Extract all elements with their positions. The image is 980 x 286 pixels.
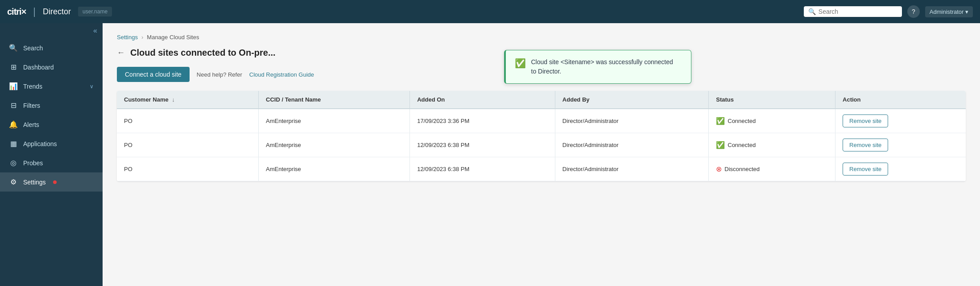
col-action: Action	[835, 91, 966, 109]
remove-site-button[interactable]: Remove site	[843, 139, 888, 151]
sort-icon[interactable]: ↓	[172, 96, 175, 103]
col-added-by-label: Added By	[562, 96, 590, 103]
topnav-user-label: user.name	[78, 7, 112, 16]
cell-status: ✅ Connected	[709, 133, 835, 157]
connect-cloud-site-button[interactable]: Connect a cloud site	[117, 67, 190, 82]
cell-action: Remove site	[835, 109, 966, 133]
col-ccid: CCID / Tenant Name	[259, 91, 410, 109]
sidebar-item-alerts[interactable]: 🔔 Alerts	[0, 115, 103, 134]
dashboard-icon: ⊞	[9, 63, 18, 71]
sidebar-item-probes[interactable]: ◎ Probes	[0, 153, 103, 172]
page-title: Cloud sites connected to On-pre...	[130, 48, 276, 58]
col-added-on: Added On	[410, 91, 555, 109]
help-text: Need help? Refer	[197, 71, 242, 78]
breadcrumb-separator: ›	[141, 34, 143, 41]
table-row: PO AmEnterprise 12/09/2023 6:38 PM Direc…	[117, 157, 966, 181]
col-status-label: Status	[716, 96, 734, 103]
user-account-label: Administrator ▾	[930, 8, 968, 15]
col-action-label: Action	[843, 96, 860, 103]
status-label: Connected	[728, 118, 756, 124]
notification-line1: Cloud site <Sitename> was successfully c…	[531, 58, 673, 65]
topnav-right: 🔍 ? Administrator ▾	[804, 5, 973, 18]
back-button[interactable]: ←	[117, 48, 125, 57]
cell-customer-name: PO	[117, 133, 259, 157]
cell-added-on: 17/09/2023 3:36 PM	[410, 109, 555, 133]
help-button[interactable]: ?	[907, 5, 920, 18]
col-added-on-label: Added On	[417, 96, 445, 103]
sidebar-item-dashboard[interactable]: ⊞ Dashboard	[0, 57, 103, 77]
cell-added-on: 12/09/2023 6:38 PM	[410, 157, 555, 181]
status-label: Disconnected	[724, 166, 760, 172]
success-check-icon: ✅	[515, 58, 526, 69]
remove-site-button[interactable]: Remove site	[843, 163, 888, 176]
sidebar-item-label: Filters	[23, 102, 40, 109]
sidebar-item-label: Alerts	[23, 121, 39, 128]
col-customer-name: Customer Name ↓	[117, 91, 259, 109]
notification-text: Cloud site <Sitename> was successfully c…	[531, 57, 673, 76]
cell-customer-name: PO	[117, 109, 259, 133]
settings-icon: ⚙	[9, 178, 18, 186]
probes-icon: ◎	[9, 159, 18, 167]
cell-customer-name: PO	[117, 157, 259, 181]
main-content: Settings › Manage Cloud Sites ← Cloud si…	[103, 23, 980, 286]
cell-ccid: AmEnterprise	[259, 157, 410, 181]
breadcrumb-parent[interactable]: Settings	[117, 34, 138, 41]
search-input[interactable]	[819, 8, 897, 15]
cloud-sites-table: Customer Name ↓ CCID / Tenant Name Added…	[117, 91, 966, 181]
sidebar-item-applications[interactable]: ▦ Applications	[0, 134, 103, 153]
search-box[interactable]: 🔍	[804, 6, 902, 17]
alerts-icon: 🔔	[9, 120, 18, 129]
connected-icon: ✅	[716, 141, 725, 149]
table-row: PO AmEnterprise 17/09/2023 3:36 PM Direc…	[117, 109, 966, 133]
table-body: PO AmEnterprise 17/09/2023 3:36 PM Direc…	[117, 109, 966, 181]
table-header: Customer Name ↓ CCID / Tenant Name Added…	[117, 91, 966, 109]
remove-site-button[interactable]: Remove site	[843, 114, 888, 127]
search-icon: 🔍	[9, 44, 18, 52]
settings-dot-indicator	[53, 180, 57, 184]
sidebar-item-label: Settings	[23, 179, 46, 186]
brand: citri× | Director	[7, 6, 71, 17]
sidebar-item-search[interactable]: 🔍 Search	[0, 38, 103, 57]
sidebar-item-label: Applications	[23, 140, 57, 147]
sidebar-item-label: Dashboard	[23, 64, 54, 71]
notification-line2: to Director.	[531, 68, 562, 75]
sidebar-item-trends[interactable]: 📊 Trends ∨	[0, 77, 103, 96]
connected-icon: ✅	[716, 117, 725, 125]
cell-added-by: Director/Administrator	[555, 109, 708, 133]
sidebar-item-label: Probes	[23, 159, 43, 167]
cell-added-on: 12/09/2023 6:38 PM	[410, 133, 555, 157]
trends-icon: 📊	[9, 82, 18, 90]
disconnected-icon: ⊗	[716, 165, 722, 173]
col-status: Status	[709, 91, 835, 109]
sidebar-item-filters[interactable]: ⊟ Filters	[0, 96, 103, 115]
cell-ccid: AmEnterprise	[259, 133, 410, 157]
sidebar-toggle-area: «	[0, 23, 103, 38]
col-customer-name-label: Customer Name	[124, 96, 169, 103]
cell-ccid: AmEnterprise	[259, 109, 410, 133]
cell-added-by: Director/Administrator	[555, 157, 708, 181]
cell-action: Remove site	[835, 157, 966, 181]
sidebar-item-label: Trends	[23, 83, 42, 90]
table-header-row: Customer Name ↓ CCID / Tenant Name Added…	[117, 91, 966, 109]
sidebar-item-label: Search	[23, 45, 43, 52]
user-account-dropdown[interactable]: Administrator ▾	[925, 6, 973, 17]
col-ccid-label: CCID / Tenant Name	[266, 96, 321, 103]
sidebar-collapse-button[interactable]: «	[93, 27, 97, 35]
status-label: Connected	[728, 142, 756, 148]
sidebar-item-settings[interactable]: ⚙ Settings	[0, 172, 103, 192]
breadcrumb-current: Manage Cloud Sites	[147, 34, 199, 41]
applications-icon: ▦	[9, 139, 18, 148]
citrix-logo: citri×	[7, 7, 26, 17]
sidebar: « 🔍 Search ⊞ Dashboard 📊 Trends ∨ ⊟ Filt…	[0, 23, 103, 286]
topnav: citri× | Director user.name 🔍 ? Administ…	[0, 0, 980, 23]
cell-added-by: Director/Administrator	[555, 133, 708, 157]
cell-status: ⊗ Disconnected	[709, 157, 835, 181]
breadcrumb: Settings › Manage Cloud Sites	[117, 34, 966, 41]
chevron-down-icon: ∨	[90, 83, 94, 90]
col-added-by: Added By	[555, 91, 708, 109]
success-notification: ✅ Cloud site <Sitename> was successfully…	[504, 50, 691, 84]
filters-icon: ⊟	[9, 101, 18, 110]
cloud-registration-guide-link[interactable]: Cloud Registration Guide	[249, 71, 314, 78]
search-icon: 🔍	[808, 8, 816, 15]
cell-action: Remove site	[835, 133, 966, 157]
